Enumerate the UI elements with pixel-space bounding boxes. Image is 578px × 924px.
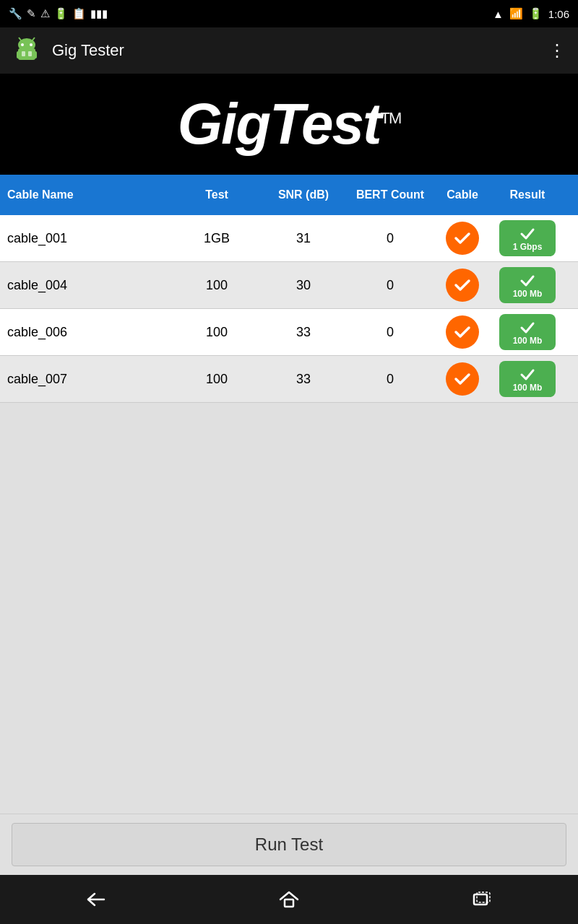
cell-snr-4: 33	[260, 369, 347, 390]
cell-snr-2: 30	[260, 275, 347, 296]
svg-rect-11	[285, 899, 293, 907]
header-test: Test	[173, 185, 260, 204]
cell-cable-1	[434, 219, 491, 258]
table-row: cable_001 1GB 31 0 1 Gbps	[0, 215, 578, 262]
cell-result-1: 1 Gbps	[491, 217, 564, 259]
app-logo	[12, 35, 42, 66]
cell-cable-3	[434, 313, 491, 352]
cell-bert-3: 0	[347, 322, 434, 343]
cable-check-icon-4	[446, 362, 479, 396]
cell-test-3: 100	[173, 322, 260, 343]
cell-result-2: 100 Mb	[491, 264, 564, 306]
recent-apps-button[interactable]	[460, 885, 504, 914]
cell-snr-1: 31	[260, 228, 347, 249]
cell-cable-name-2: cable_004	[0, 275, 173, 296]
run-test-section: Run Test	[0, 814, 578, 875]
svg-rect-6	[17, 51, 20, 58]
data-table: Cable Name Test SNR (dB) BERT Count Cabl…	[0, 175, 578, 403]
bluetooth-icon: ▲	[493, 8, 504, 20]
cable-check-icon-2	[446, 269, 479, 302]
cell-result-4: 100 Mb	[491, 358, 564, 400]
battery-icon: 🔋	[529, 7, 543, 20]
result-badge-4: 100 Mb	[499, 361, 556, 397]
pencil-icon: ✎	[27, 7, 36, 20]
battery-low-icon: 🔋	[54, 7, 68, 20]
header-result: Result	[491, 185, 564, 204]
header-bert: BERT Count	[347, 185, 434, 204]
cell-bert-4: 0	[347, 369, 434, 390]
svg-rect-8	[22, 51, 25, 56]
time-display: 1:06	[548, 8, 569, 20]
table-header: Cable Name Test SNR (dB) BERT Count Cabl…	[0, 175, 578, 215]
cell-test-1: 1GB	[173, 228, 260, 249]
svg-rect-9	[28, 51, 32, 56]
nav-bar	[0, 875, 578, 924]
cell-cable-2	[434, 266, 491, 305]
svg-point-2	[21, 43, 24, 46]
result-label-1: 1 Gbps	[513, 243, 543, 251]
empty-content-area	[0, 403, 578, 814]
cell-bert-1: 0	[347, 228, 434, 249]
result-badge-3: 100 Mb	[499, 314, 556, 350]
svg-rect-7	[34, 51, 37, 58]
gig-test-logo: GigTestTM	[178, 95, 401, 153]
alert-icon: ⚠	[40, 7, 50, 20]
cell-cable-4	[434, 359, 491, 398]
logo-banner: GigTestTM	[0, 74, 578, 175]
status-icons-right: ▲ 📶 🔋 1:06	[493, 7, 569, 20]
cable-check-icon-1	[446, 222, 479, 255]
svg-rect-12	[474, 894, 487, 905]
menu-button[interactable]: ⋮	[548, 40, 566, 61]
table-row: cable_007 100 33 0 100 Mb	[0, 356, 578, 403]
cell-result-3: 100 Mb	[491, 311, 564, 353]
result-badge-2: 100 Mb	[499, 267, 556, 303]
header-cable-name: Cable Name	[0, 185, 173, 204]
wrench-icon: 🔧	[9, 7, 22, 20]
cell-cable-name-4: cable_007	[0, 369, 173, 390]
cell-cable-name-3: cable_006	[0, 322, 173, 343]
home-button[interactable]	[267, 885, 311, 914]
app-bar: Gig Tester ⋮	[0, 27, 578, 74]
svg-rect-1	[18, 48, 35, 60]
cell-test-4: 100	[173, 369, 260, 390]
table-row: cable_004 100 30 0 100 Mb	[0, 262, 578, 309]
cell-bert-2: 0	[347, 275, 434, 296]
cell-snr-3: 33	[260, 322, 347, 343]
cable-check-icon-3	[446, 315, 479, 349]
status-icons-left: 🔧 ✎ ⚠ 🔋 📋 ▮▮▮	[9, 7, 108, 20]
status-bar: 🔧 ✎ ⚠ 🔋 📋 ▮▮▮ ▲ 📶 🔋 1:06	[0, 0, 578, 27]
bars-icon: ▮▮▮	[90, 7, 108, 20]
run-test-button[interactable]: Run Test	[12, 823, 566, 866]
cell-cable-name-1: cable_001	[0, 228, 173, 249]
table-row: cable_006 100 33 0 100 Mb	[0, 309, 578, 356]
header-snr: SNR (dB)	[260, 185, 347, 204]
wifi-icon: 📶	[509, 7, 523, 20]
result-label-3: 100 Mb	[513, 336, 543, 345]
header-cable: Cable	[434, 185, 491, 204]
app-title: Gig Tester	[52, 41, 548, 60]
result-badge-1: 1 Gbps	[499, 220, 556, 256]
back-button[interactable]	[74, 885, 118, 914]
svg-point-3	[30, 43, 33, 46]
result-label-2: 100 Mb	[513, 289, 543, 298]
result-label-4: 100 Mb	[513, 383, 543, 392]
cell-test-2: 100	[173, 275, 260, 296]
sim-icon: 📋	[72, 7, 86, 20]
